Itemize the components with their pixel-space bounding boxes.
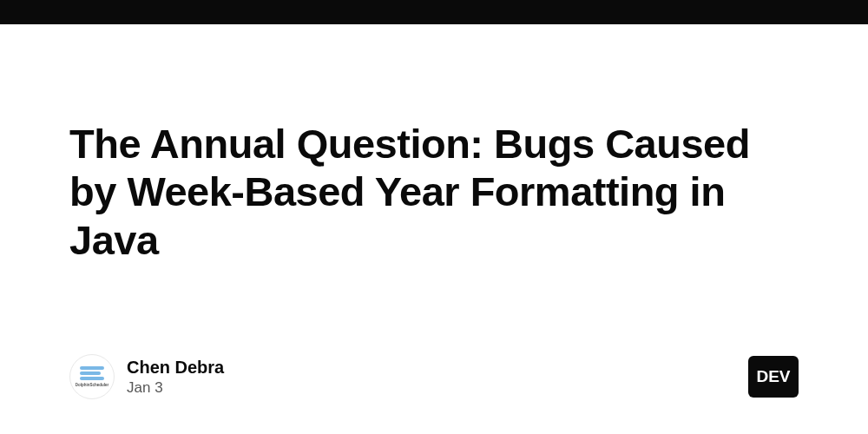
article-title: The Annual Question: Bugs Caused by Week… bbox=[69, 120, 799, 264]
avatar-icon bbox=[80, 366, 104, 382]
footer: DolphinScheduler Chen Debra Jan 3 DEV bbox=[69, 354, 799, 434]
dev-badge-text: DEV bbox=[756, 367, 790, 386]
top-bar bbox=[0, 0, 868, 24]
author-block[interactable]: DolphinScheduler Chen Debra Jan 3 bbox=[69, 354, 224, 399]
dev-badge[interactable]: DEV bbox=[748, 356, 799, 398]
author-avatar[interactable]: DolphinScheduler bbox=[69, 354, 115, 399]
publish-date: Jan 3 bbox=[127, 379, 224, 397]
author-meta: Chen Debra Jan 3 bbox=[127, 358, 224, 397]
avatar-label: DolphinScheduler bbox=[76, 383, 109, 387]
author-name[interactable]: Chen Debra bbox=[127, 358, 224, 378]
content-area: The Annual Question: Bugs Caused by Week… bbox=[0, 24, 868, 434]
